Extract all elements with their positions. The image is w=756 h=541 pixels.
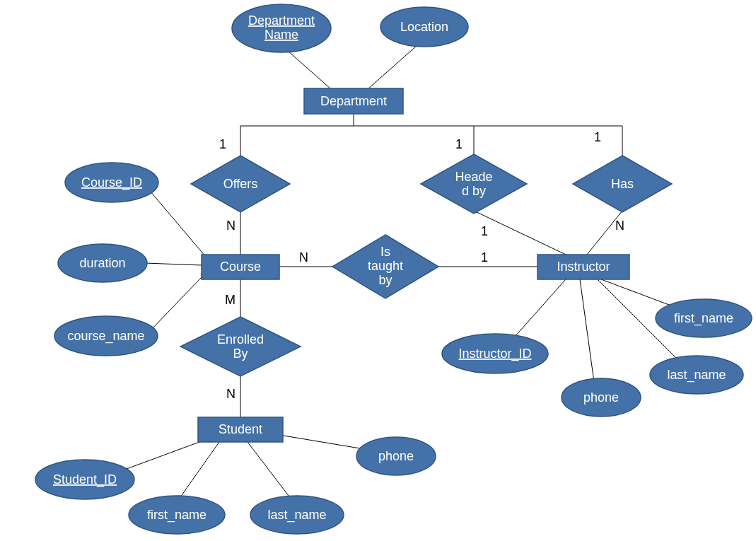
card-headed-instr: 1	[481, 224, 488, 238]
entity-department: Department	[304, 88, 403, 114]
svg-text:Has: Has	[611, 177, 634, 191]
svg-text:Heade: Heade	[455, 170, 492, 184]
conn-dept-location	[368, 45, 417, 89]
card-enrolled-student: N	[226, 387, 235, 401]
svg-text:Instructor_ID: Instructor_ID	[458, 347, 531, 361]
attr-instructor-first-name: first_name	[656, 299, 752, 337]
conn-has-instr	[587, 211, 622, 255]
attr-course-id: Course_ID	[65, 163, 158, 202]
svg-text:taught: taught	[368, 259, 403, 273]
svg-text:Enrolled: Enrolled	[217, 332, 264, 347]
rel-offers: Offers	[191, 156, 290, 212]
attr-student-phone: phone	[356, 437, 436, 475]
card-has-instr: N	[615, 219, 624, 233]
svg-text:first_name: first_name	[674, 311, 733, 326]
conn-stud-first	[177, 442, 219, 502]
attr-student-first-name: first_name	[129, 496, 225, 534]
svg-text:Student_ID: Student_ID	[53, 472, 117, 487]
er-diagram: 1 N 1 1 1 N N 1 M N Department Name Loca…	[0, 0, 756, 541]
svg-text:Department: Department	[248, 13, 315, 28]
svg-text:first_name: first_name	[147, 508, 207, 523]
entity-instructor: Instructor	[537, 255, 629, 279]
card-dep-headed: 1	[455, 137, 463, 151]
conn-instr-phone	[580, 279, 594, 382]
conn-instr-id	[509, 279, 566, 343]
card-taught-instr: 1	[481, 250, 488, 264]
svg-text:Instructor: Instructor	[557, 260, 610, 274]
svg-text:phone: phone	[583, 390, 619, 405]
card-course-enrolled: M	[225, 293, 235, 307]
svg-text:by: by	[378, 273, 392, 287]
attr-department-name: Department Name	[232, 4, 331, 52]
card-offers-course: N	[226, 219, 235, 233]
attr-student-last-name: last_name	[250, 496, 344, 534]
svg-text:Offers: Offers	[223, 177, 258, 191]
svg-text:course_name: course_name	[67, 329, 144, 344]
attr-course-name: course_name	[54, 316, 158, 356]
svg-text:Department: Department	[320, 94, 387, 108]
attr-instructor-id: Instructor_ID	[442, 334, 548, 373]
svg-text:d by: d by	[462, 184, 486, 198]
attr-duration: duration	[58, 244, 147, 282]
svg-text:last_name: last_name	[667, 368, 726, 383]
conn-course-coursename	[152, 277, 202, 329]
svg-text:Course_ID: Course_ID	[81, 175, 142, 190]
conn-stud-last	[248, 442, 293, 502]
svg-text:phone: phone	[378, 449, 414, 463]
svg-text:Course: Course	[220, 260, 261, 274]
svg-text:last_name: last_name	[267, 508, 326, 523]
svg-text:By: By	[233, 347, 248, 361]
svg-text:Student: Student	[219, 422, 262, 436]
attr-instructor-phone: phone	[562, 378, 641, 417]
conn-course-duration	[145, 263, 202, 265]
attr-instructor-last-name: last_name	[650, 356, 743, 394]
conn-course-courseid	[150, 191, 205, 256]
card-course-taught: N	[299, 250, 308, 264]
entity-course: Course	[202, 255, 279, 279]
svg-text:duration: duration	[79, 256, 125, 270]
attr-student-id: Student_ID	[35, 460, 134, 499]
rel-is-taught-by: Is taught by	[332, 235, 438, 298]
attr-location: Location	[380, 7, 468, 47]
rel-has: Has	[573, 156, 672, 212]
card-dep-has: 1	[594, 130, 601, 144]
svg-text:Is: Is	[380, 245, 390, 259]
rel-enrolled-by: Enrolled By	[180, 317, 301, 376]
entity-student: Student	[198, 417, 283, 442]
card-dep-offers: 1	[219, 137, 226, 151]
svg-text:Location: Location	[400, 20, 448, 34]
svg-text:Name: Name	[264, 28, 298, 42]
rel-headed-by: Heade d by	[421, 154, 527, 214]
